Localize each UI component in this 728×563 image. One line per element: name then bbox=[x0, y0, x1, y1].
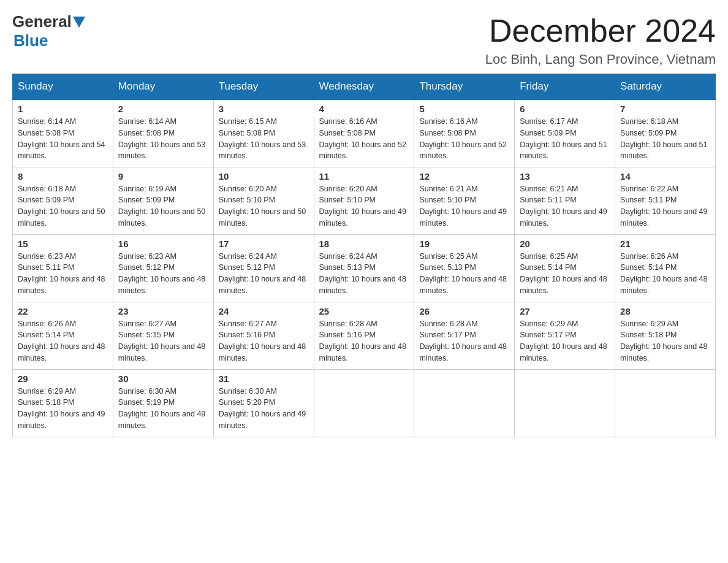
calendar-day: 16Sunrise: 6:23 AMSunset: 5:12 PMDayligh… bbox=[113, 234, 213, 302]
day-number: 3 bbox=[219, 104, 309, 114]
calendar-day: 23Sunrise: 6:27 AMSunset: 5:15 PMDayligh… bbox=[113, 302, 213, 369]
day-number: 5 bbox=[419, 104, 509, 114]
day-info: Sunrise: 6:15 AMSunset: 5:08 PMDaylight:… bbox=[219, 116, 309, 162]
calendar-week-5: 29Sunrise: 6:29 AMSunset: 5:18 PMDayligh… bbox=[13, 369, 716, 437]
day-number: 24 bbox=[219, 306, 309, 316]
calendar-header: SundayMondayTuesdayWednesdayThursdayFrid… bbox=[13, 74, 716, 100]
header-day-saturday: Saturday bbox=[615, 74, 716, 100]
calendar-day bbox=[615, 369, 716, 437]
day-info: Sunrise: 6:20 AMSunset: 5:10 PMDaylight:… bbox=[219, 183, 309, 229]
header-day-sunday: Sunday bbox=[13, 74, 113, 100]
day-number: 7 bbox=[620, 104, 710, 114]
day-number: 12 bbox=[419, 171, 509, 182]
calendar-day: 7Sunrise: 6:18 AMSunset: 5:09 PMDaylight… bbox=[615, 99, 716, 167]
day-info: Sunrise: 6:23 AMSunset: 5:11 PMDaylight:… bbox=[18, 251, 108, 297]
day-number: 6 bbox=[520, 104, 610, 114]
calendar-day: 12Sunrise: 6:21 AMSunset: 5:10 PMDayligh… bbox=[414, 167, 515, 234]
calendar-body: 1Sunrise: 6:14 AMSunset: 5:08 PMDaylight… bbox=[13, 99, 716, 437]
day-info: Sunrise: 6:16 AMSunset: 5:08 PMDaylight:… bbox=[419, 116, 509, 162]
day-info: Sunrise: 6:30 AMSunset: 5:19 PMDaylight:… bbox=[118, 386, 208, 432]
day-number: 29 bbox=[18, 373, 108, 384]
calendar-day: 29Sunrise: 6:29 AMSunset: 5:18 PMDayligh… bbox=[13, 369, 113, 437]
calendar-day: 17Sunrise: 6:24 AMSunset: 5:12 PMDayligh… bbox=[213, 234, 314, 302]
day-number: 19 bbox=[419, 239, 509, 249]
calendar-week-1: 1Sunrise: 6:14 AMSunset: 5:08 PMDaylight… bbox=[13, 99, 716, 167]
day-info: Sunrise: 6:20 AMSunset: 5:10 PMDaylight:… bbox=[319, 183, 409, 229]
day-number: 17 bbox=[219, 239, 309, 249]
header-day-thursday: Thursday bbox=[414, 74, 515, 100]
calendar-week-2: 8Sunrise: 6:18 AMSunset: 5:09 PMDaylight… bbox=[13, 167, 716, 234]
header-row: SundayMondayTuesdayWednesdayThursdayFrid… bbox=[13, 74, 716, 100]
day-number: 15 bbox=[18, 239, 108, 249]
day-number: 11 bbox=[319, 171, 409, 182]
day-number: 30 bbox=[118, 373, 208, 384]
day-info: Sunrise: 6:26 AMSunset: 5:14 PMDaylight:… bbox=[620, 251, 710, 297]
calendar-day: 22Sunrise: 6:26 AMSunset: 5:14 PMDayligh… bbox=[13, 302, 113, 369]
calendar-day: 21Sunrise: 6:26 AMSunset: 5:14 PMDayligh… bbox=[615, 234, 716, 302]
calendar-day: 31Sunrise: 6:30 AMSunset: 5:20 PMDayligh… bbox=[213, 369, 314, 437]
day-info: Sunrise: 6:27 AMSunset: 5:16 PMDaylight:… bbox=[219, 318, 309, 364]
day-number: 25 bbox=[319, 306, 409, 316]
header-day-friday: Friday bbox=[515, 74, 615, 100]
logo-general-text: General bbox=[12, 12, 72, 31]
day-info: Sunrise: 6:29 AMSunset: 5:18 PMDaylight:… bbox=[620, 318, 710, 364]
day-number: 23 bbox=[118, 306, 208, 316]
calendar-day bbox=[414, 369, 515, 437]
day-number: 26 bbox=[419, 306, 509, 316]
header-day-tuesday: Tuesday bbox=[213, 74, 314, 100]
day-number: 1 bbox=[18, 104, 108, 114]
day-info: Sunrise: 6:18 AMSunset: 5:09 PMDaylight:… bbox=[18, 183, 108, 229]
calendar-day: 5Sunrise: 6:16 AMSunset: 5:08 PMDaylight… bbox=[414, 99, 515, 167]
day-info: Sunrise: 6:21 AMSunset: 5:11 PMDaylight:… bbox=[520, 183, 610, 229]
day-info: Sunrise: 6:30 AMSunset: 5:20 PMDaylight:… bbox=[219, 386, 309, 432]
day-number: 22 bbox=[18, 306, 108, 316]
calendar-day: 28Sunrise: 6:29 AMSunset: 5:18 PMDayligh… bbox=[615, 302, 716, 369]
day-number: 9 bbox=[118, 171, 208, 182]
calendar-day: 24Sunrise: 6:27 AMSunset: 5:16 PMDayligh… bbox=[213, 302, 314, 369]
calendar-day bbox=[515, 369, 615, 437]
day-info: Sunrise: 6:19 AMSunset: 5:09 PMDaylight:… bbox=[118, 183, 208, 229]
calendar-day: 2Sunrise: 6:14 AMSunset: 5:08 PMDaylight… bbox=[113, 99, 213, 167]
day-number: 28 bbox=[620, 306, 710, 316]
day-info: Sunrise: 6:25 AMSunset: 5:13 PMDaylight:… bbox=[419, 251, 509, 297]
title-block: December 2024 Loc Binh, Lang Son Provinc… bbox=[485, 12, 716, 67]
day-info: Sunrise: 6:24 AMSunset: 5:13 PMDaylight:… bbox=[319, 251, 409, 297]
page-header: General Blue December 2024 Loc Binh, Lan… bbox=[12, 12, 716, 67]
month-year-title: December 2024 bbox=[485, 12, 716, 49]
calendar-day: 14Sunrise: 6:22 AMSunset: 5:11 PMDayligh… bbox=[615, 167, 716, 234]
calendar-day: 19Sunrise: 6:25 AMSunset: 5:13 PMDayligh… bbox=[414, 234, 515, 302]
day-info: Sunrise: 6:18 AMSunset: 5:09 PMDaylight:… bbox=[620, 116, 710, 162]
calendar-day: 4Sunrise: 6:16 AMSunset: 5:08 PMDaylight… bbox=[314, 99, 414, 167]
calendar-day: 8Sunrise: 6:18 AMSunset: 5:09 PMDaylight… bbox=[13, 167, 113, 234]
calendar-day: 9Sunrise: 6:19 AMSunset: 5:09 PMDaylight… bbox=[113, 167, 213, 234]
day-number: 14 bbox=[620, 171, 710, 182]
day-info: Sunrise: 6:25 AMSunset: 5:14 PMDaylight:… bbox=[520, 251, 610, 297]
day-info: Sunrise: 6:17 AMSunset: 5:09 PMDaylight:… bbox=[520, 116, 610, 162]
day-number: 20 bbox=[520, 239, 610, 249]
calendar-day: 20Sunrise: 6:25 AMSunset: 5:14 PMDayligh… bbox=[515, 234, 615, 302]
header-day-wednesday: Wednesday bbox=[314, 74, 414, 100]
header-day-monday: Monday bbox=[113, 74, 213, 100]
calendar-day: 6Sunrise: 6:17 AMSunset: 5:09 PMDaylight… bbox=[515, 99, 615, 167]
day-info: Sunrise: 6:22 AMSunset: 5:11 PMDaylight:… bbox=[620, 183, 710, 229]
location-subtitle: Loc Binh, Lang Son Province, Vietnam bbox=[485, 52, 716, 67]
calendar-day: 25Sunrise: 6:28 AMSunset: 5:16 PMDayligh… bbox=[314, 302, 414, 369]
calendar-day: 30Sunrise: 6:30 AMSunset: 5:19 PMDayligh… bbox=[113, 369, 213, 437]
day-info: Sunrise: 6:29 AMSunset: 5:18 PMDaylight:… bbox=[18, 386, 108, 432]
day-number: 2 bbox=[118, 104, 208, 114]
day-number: 21 bbox=[620, 239, 710, 249]
day-number: 10 bbox=[219, 171, 309, 182]
day-info: Sunrise: 6:14 AMSunset: 5:08 PMDaylight:… bbox=[18, 116, 108, 162]
calendar-week-4: 22Sunrise: 6:26 AMSunset: 5:14 PMDayligh… bbox=[13, 302, 716, 369]
day-info: Sunrise: 6:14 AMSunset: 5:08 PMDaylight:… bbox=[118, 116, 208, 162]
day-info: Sunrise: 6:29 AMSunset: 5:17 PMDaylight:… bbox=[520, 318, 610, 364]
calendar-day: 15Sunrise: 6:23 AMSunset: 5:11 PMDayligh… bbox=[13, 234, 113, 302]
logo: General Blue bbox=[12, 12, 86, 50]
logo-blue-text: Blue bbox=[13, 31, 48, 50]
day-info: Sunrise: 6:24 AMSunset: 5:12 PMDaylight:… bbox=[219, 251, 309, 297]
day-number: 4 bbox=[319, 104, 409, 114]
day-number: 8 bbox=[18, 171, 108, 182]
day-info: Sunrise: 6:21 AMSunset: 5:10 PMDaylight:… bbox=[419, 183, 509, 229]
day-number: 13 bbox=[520, 171, 610, 182]
day-info: Sunrise: 6:26 AMSunset: 5:14 PMDaylight:… bbox=[18, 318, 108, 364]
